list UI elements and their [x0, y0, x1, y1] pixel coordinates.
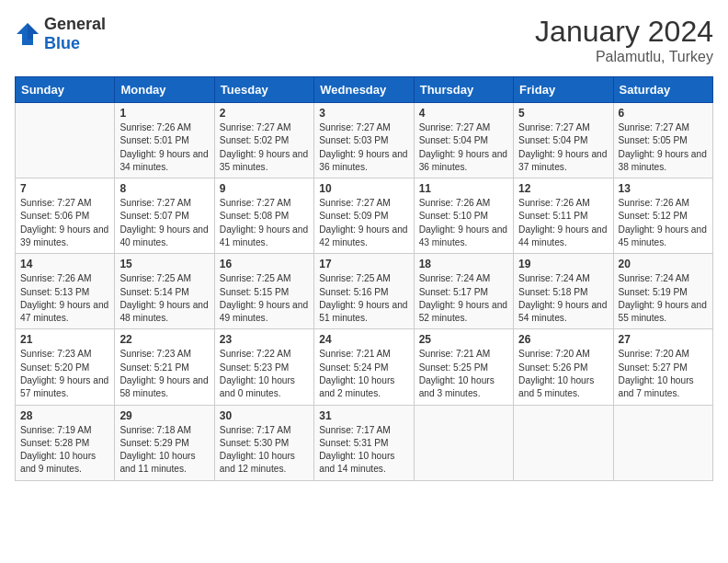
sunrise-text: Sunrise: 7:20 AM — [518, 349, 590, 359]
day-cell: 3 Sunrise: 7:27 AM Sunset: 5:03 PM Dayli… — [314, 103, 414, 178]
daylight-text: Daylight: 10 hours and 5 minutes. — [518, 375, 594, 398]
page-header: General Blue January 2024 Palamutlu, Tur… — [15, 15, 713, 65]
sunrise-text: Sunrise: 7:27 AM — [419, 122, 491, 132]
day-detail: Sunrise: 7:24 AM Sunset: 5:19 PM Dayligh… — [619, 272, 708, 325]
day-number: 12 — [518, 182, 608, 195]
day-cell: 10 Sunrise: 7:27 AM Sunset: 5:09 PM Dayl… — [314, 178, 414, 254]
location-subtitle: Palamutlu, Turkey — [535, 49, 713, 65]
day-cell: 8 Sunrise: 7:27 AM Sunset: 5:07 PM Dayli… — [115, 178, 214, 254]
sunset-text: Sunset: 5:26 PM — [518, 362, 587, 373]
day-number: 1 — [119, 107, 209, 120]
day-detail: Sunrise: 7:25 AM Sunset: 5:14 PM Dayligh… — [119, 272, 209, 325]
daylight-text: Daylight: 9 hours and 34 minutes. — [119, 149, 208, 172]
sunset-text: Sunset: 5:20 PM — [20, 362, 89, 373]
day-detail: Sunrise: 7:26 AM Sunset: 5:12 PM Dayligh… — [619, 197, 708, 249]
day-number: 10 — [319, 182, 408, 195]
sunset-text: Sunset: 5:08 PM — [220, 211, 289, 221]
header-thursday: Thursday — [414, 77, 513, 103]
day-cell — [613, 405, 712, 480]
day-number: 7 — [20, 182, 109, 195]
daylight-text: Daylight: 9 hours and 44 minutes. — [518, 224, 607, 247]
sunset-text: Sunset: 5:27 PM — [619, 362, 688, 373]
daylight-text: Daylight: 10 hours and 14 minutes. — [319, 451, 394, 474]
sunset-text: Sunset: 5:24 PM — [319, 362, 388, 373]
daylight-text: Daylight: 9 hours and 54 minutes. — [518, 300, 607, 323]
day-cell: 19 Sunrise: 7:24 AM Sunset: 5:18 PM Dayl… — [514, 254, 613, 329]
daylight-text: Daylight: 9 hours and 39 minutes. — [20, 224, 108, 247]
sunset-text: Sunset: 5:28 PM — [20, 438, 89, 448]
day-number: 3 — [319, 107, 408, 120]
day-cell: 26 Sunrise: 7:20 AM Sunset: 5:26 PM Dayl… — [514, 329, 613, 405]
day-number: 26 — [518, 333, 608, 346]
sunrise-text: Sunrise: 7:27 AM — [518, 122, 590, 132]
sunrise-text: Sunrise: 7:27 AM — [20, 198, 92, 208]
month-title: January 2024 — [535, 15, 713, 49]
sunset-text: Sunset: 5:29 PM — [119, 438, 188, 448]
day-cell: 12 Sunrise: 7:26 AM Sunset: 5:11 PM Dayl… — [514, 178, 613, 254]
day-number: 11 — [419, 182, 508, 195]
title-block: January 2024 Palamutlu, Turkey — [535, 15, 713, 65]
sunrise-text: Sunrise: 7:27 AM — [319, 198, 391, 208]
logo: General Blue — [15, 15, 106, 53]
daylight-text: Daylight: 9 hours and 36 minutes. — [419, 149, 507, 172]
day-cell: 30 Sunrise: 7:17 AM Sunset: 5:30 PM Dayl… — [214, 405, 313, 480]
day-cell: 23 Sunrise: 7:22 AM Sunset: 5:23 PM Dayl… — [214, 329, 313, 405]
week-row-3: 14 Sunrise: 7:26 AM Sunset: 5:13 PM Dayl… — [16, 254, 713, 329]
daylight-text: Daylight: 9 hours and 57 minutes. — [20, 375, 108, 398]
day-cell: 24 Sunrise: 7:21 AM Sunset: 5:24 PM Dayl… — [314, 329, 414, 405]
sunset-text: Sunset: 5:19 PM — [619, 287, 688, 297]
day-number: 31 — [319, 409, 408, 422]
svg-marker-1 — [28, 23, 39, 40]
header-sunday: Sunday — [16, 77, 115, 103]
day-cell: 14 Sunrise: 7:26 AM Sunset: 5:13 PM Dayl… — [16, 254, 115, 329]
day-cell: 17 Sunrise: 7:25 AM Sunset: 5:16 PM Dayl… — [314, 254, 414, 329]
sunrise-text: Sunrise: 7:18 AM — [119, 425, 191, 435]
day-detail: Sunrise: 7:20 AM Sunset: 5:26 PM Dayligh… — [518, 348, 608, 400]
sunrise-text: Sunrise: 7:21 AM — [319, 349, 391, 359]
logo-general: General — [44, 15, 106, 33]
day-number: 22 — [119, 333, 209, 346]
calendar-table: Sunday Monday Tuesday Wednesday Thursday… — [15, 76, 713, 481]
daylight-text: Daylight: 10 hours and 7 minutes. — [619, 375, 694, 398]
daylight-text: Daylight: 10 hours and 9 minutes. — [20, 451, 96, 474]
sunset-text: Sunset: 5:31 PM — [319, 438, 388, 448]
sunset-text: Sunset: 5:10 PM — [419, 211, 488, 221]
sunset-text: Sunset: 5:21 PM — [119, 362, 188, 373]
day-cell: 7 Sunrise: 7:27 AM Sunset: 5:06 PM Dayli… — [16, 178, 115, 254]
sunrise-text: Sunrise: 7:26 AM — [119, 122, 191, 132]
sunset-text: Sunset: 5:05 PM — [619, 135, 688, 145]
day-number: 14 — [20, 258, 109, 270]
sunrise-text: Sunrise: 7:26 AM — [20, 273, 92, 283]
daylight-text: Daylight: 9 hours and 40 minutes. — [119, 224, 208, 247]
day-number: 25 — [419, 333, 508, 346]
sunrise-text: Sunrise: 7:26 AM — [518, 198, 590, 208]
day-number: 16 — [220, 258, 309, 270]
day-number: 27 — [619, 333, 708, 346]
header-tuesday: Tuesday — [214, 77, 313, 103]
day-cell: 11 Sunrise: 7:26 AM Sunset: 5:10 PM Dayl… — [414, 178, 513, 254]
day-detail: Sunrise: 7:19 AM Sunset: 5:28 PM Dayligh… — [20, 424, 109, 477]
day-detail: Sunrise: 7:27 AM Sunset: 5:03 PM Dayligh… — [319, 121, 408, 174]
daylight-text: Daylight: 9 hours and 37 minutes. — [518, 149, 607, 172]
sunrise-text: Sunrise: 7:21 AM — [419, 349, 491, 359]
sunrise-text: Sunrise: 7:27 AM — [220, 122, 291, 132]
daylight-text: Daylight: 9 hours and 49 minutes. — [220, 300, 308, 323]
day-detail: Sunrise: 7:27 AM Sunset: 5:04 PM Dayligh… — [518, 121, 608, 174]
day-detail: Sunrise: 7:27 AM Sunset: 5:02 PM Dayligh… — [220, 121, 309, 174]
day-detail: Sunrise: 7:26 AM Sunset: 5:10 PM Dayligh… — [419, 197, 508, 249]
sunset-text: Sunset: 5:01 PM — [119, 135, 188, 145]
sunrise-text: Sunrise: 7:27 AM — [220, 198, 291, 208]
day-detail: Sunrise: 7:22 AM Sunset: 5:23 PM Dayligh… — [220, 348, 309, 400]
sunset-text: Sunset: 5:04 PM — [518, 135, 587, 145]
sunrise-text: Sunrise: 7:23 AM — [119, 349, 191, 359]
header-monday: Monday — [115, 77, 214, 103]
sunrise-text: Sunrise: 7:27 AM — [319, 122, 391, 132]
sunrise-text: Sunrise: 7:25 AM — [319, 273, 391, 283]
day-cell: 20 Sunrise: 7:24 AM Sunset: 5:19 PM Dayl… — [613, 254, 712, 329]
day-detail: Sunrise: 7:26 AM Sunset: 5:11 PM Dayligh… — [518, 197, 608, 249]
day-detail: Sunrise: 7:24 AM Sunset: 5:17 PM Dayligh… — [419, 272, 508, 325]
week-row-1: 1 Sunrise: 7:26 AM Sunset: 5:01 PM Dayli… — [16, 103, 713, 178]
day-cell — [514, 405, 613, 480]
day-detail: Sunrise: 7:18 AM Sunset: 5:29 PM Dayligh… — [119, 424, 209, 477]
daylight-text: Daylight: 9 hours and 51 minutes. — [319, 300, 407, 323]
